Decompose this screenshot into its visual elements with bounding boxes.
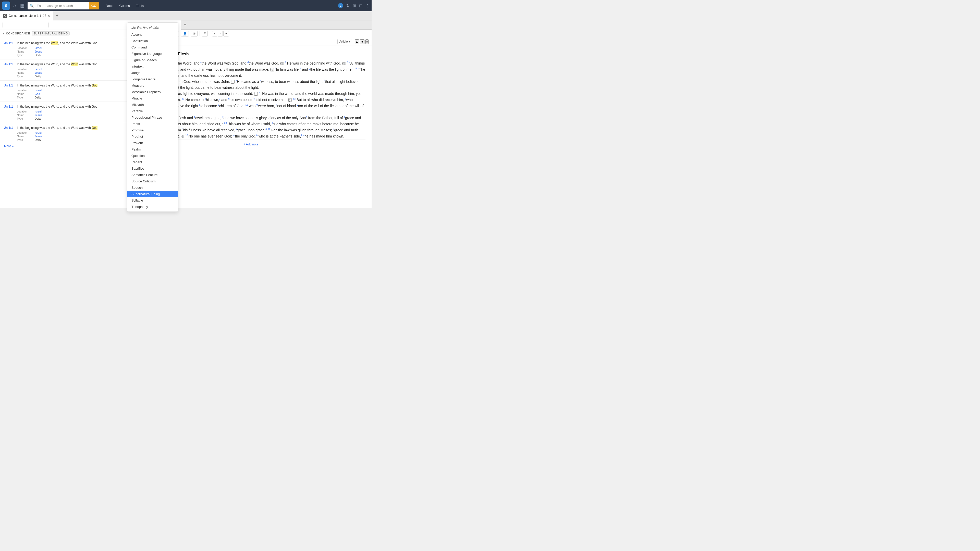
menu-item-intertext[interactable]: Intertext	[127, 63, 178, 70]
sup-ref[interactable]: b	[194, 116, 195, 118]
notification-badge[interactable]: 1	[338, 3, 343, 8]
article-dropdown[interactable]: Article ▾	[337, 39, 352, 44]
meta-value[interactable]: Jesus	[35, 135, 126, 138]
search-input[interactable]	[36, 4, 89, 8]
comment-icon[interactable]: 💬	[288, 98, 292, 102]
right-tab-add[interactable]: +	[181, 22, 189, 27]
sup-ref[interactable]: m	[233, 134, 235, 137]
meta-value[interactable]: Jesus	[35, 114, 126, 117]
sup-ref[interactable]: v	[218, 103, 219, 106]
meta-value[interactable]: Jesus	[35, 71, 126, 74]
sup-ref[interactable]: k	[333, 128, 334, 130]
menu-item-parable[interactable]: Parable	[127, 108, 178, 114]
verse-ref[interactable]: Jn 1:1	[4, 104, 17, 108]
left-tab[interactable]: C Concordance | John 1:1–18 ×	[0, 11, 53, 21]
sup-ref[interactable]: q	[228, 97, 229, 100]
more-icon[interactable]: ⋮	[366, 3, 369, 8]
parallel-button[interactable]: ⊪	[191, 31, 197, 37]
more-link[interactable]: More »	[0, 143, 130, 149]
library-icon[interactable]: ▦	[19, 2, 25, 10]
go-button[interactable]: GO	[89, 2, 99, 10]
meta-value[interactable]: Jesus	[35, 50, 126, 53]
sup-ref[interactable]: y	[297, 103, 298, 106]
sup-ref[interactable]: g	[272, 122, 273, 124]
sup-ref[interactable]: d	[247, 61, 248, 64]
more-options-button[interactable]: ⋮	[365, 32, 369, 36]
app-logo[interactable]: S	[2, 2, 10, 10]
left-tab-close[interactable]: ×	[48, 14, 50, 18]
menu-item-messianic-prophecy[interactable]: Messianic Prophecy	[127, 89, 178, 95]
scroll-up-button[interactable]: ▲	[355, 39, 359, 44]
menu-item-question[interactable]: Question	[127, 152, 178, 159]
sup-ref[interactable]: j	[221, 79, 221, 82]
menu-item-priest[interactable]: Priest	[127, 121, 178, 127]
sup-ref[interactable]: l	[325, 79, 325, 82]
sup-ref[interactable]: c	[222, 116, 224, 118]
comment-icon[interactable]: 💬	[270, 68, 274, 71]
concordance-tag[interactable]: Supernatural Being	[32, 32, 70, 35]
menu-item-prophet[interactable]: Prophet	[127, 133, 178, 140]
verse-ref[interactable]: Jn 1:1	[4, 62, 17, 66]
sup-ref[interactable]: u	[199, 103, 200, 106]
docs-link[interactable]: Docs	[103, 3, 116, 9]
meta-value[interactable]: Israel	[35, 131, 126, 134]
menu-item-promise[interactable]: Promise	[127, 127, 178, 133]
sup-ref[interactable]: r	[256, 97, 256, 100]
close-button[interactable]: ×	[366, 39, 369, 44]
menu-item-cantillation[interactable]: Cantillation	[127, 38, 178, 44]
sup-ref[interactable]: 2	[219, 97, 220, 100]
section-marker-button[interactable]: //	[202, 31, 208, 37]
guides-link[interactable]: Guides	[117, 3, 132, 9]
sup-ref[interactable]: i	[236, 128, 237, 130]
menu-item-figurative-language[interactable]: Figurative Language	[127, 51, 178, 57]
menu-item-mitzvoth[interactable]: Mitzvoth	[127, 102, 178, 108]
menu-item-supernatural-being[interactable]: Supernatural Being	[127, 191, 178, 197]
comment-icon[interactable]: 💬	[254, 92, 258, 96]
sup-ref[interactable]: n	[303, 134, 304, 137]
verse-ref[interactable]: Jn 1:1	[4, 41, 17, 45]
home-icon[interactable]: ⌂	[12, 2, 17, 10]
menu-item-proverb[interactable]: Proverb	[127, 140, 178, 146]
menu-item-psalm[interactable]: Psalm	[127, 146, 178, 152]
verse-ref[interactable]: Jn 1:1	[4, 83, 17, 87]
menu-item-command[interactable]: Command	[127, 44, 178, 51]
menu-item-judge[interactable]: Judge	[127, 70, 178, 76]
comment-icon[interactable]: 💬	[280, 62, 284, 65]
tools-link[interactable]: Tools	[134, 3, 146, 9]
sup-ref[interactable]: x	[276, 103, 277, 106]
menu-item-figure-of-speech[interactable]: Figure of Speech	[127, 57, 178, 63]
sup-ref[interactable]: c	[200, 61, 202, 64]
menu-item-source-criticism[interactable]: Source Criticism	[127, 178, 178, 184]
sup-ref[interactable]: 1	[300, 67, 301, 70]
layout-icon[interactable]: ⊞	[353, 3, 356, 8]
comment-icon[interactable]: 💬	[231, 80, 234, 84]
prev-chapter-button[interactable]: ‹	[212, 31, 217, 37]
next-chapter-button[interactable]: ›	[218, 31, 223, 37]
meta-value[interactable]: Israel	[35, 89, 126, 92]
left-tab-add[interactable]: +	[53, 13, 61, 18]
sup-ref[interactable]: e	[349, 61, 350, 64]
verse-ref[interactable]: Jn 1:1	[4, 125, 17, 130]
menu-item-theophany[interactable]: Theophany	[127, 203, 178, 208]
menu-item-miracle[interactable]: Miracle	[127, 95, 178, 102]
sup-ref[interactable]: ⊕8	[224, 122, 227, 124]
menu-item-prepositional-phrase[interactable]: Prepositional Phrase	[127, 114, 178, 121]
menu-item-semantic-feature[interactable]: Semantic Feature	[127, 171, 178, 178]
sup-ref[interactable]: d	[344, 116, 345, 118]
meta-value[interactable]: God	[35, 92, 126, 95]
menu-item-accent[interactable]: Accent	[127, 32, 178, 38]
sup-ref[interactable]: w	[256, 103, 258, 106]
sup-ref[interactable]: 4	[306, 116, 307, 118]
sup-ref[interactable]: 6	[256, 134, 258, 137]
sup-ref[interactable]: j	[278, 128, 278, 130]
scroll-down-button[interactable]: ▼	[360, 39, 364, 44]
sup-ref[interactable]: 7	[301, 134, 302, 137]
passage-input[interactable]: John 1:1–18	[3, 22, 48, 28]
menu-item-longacre-genre[interactable]: Longacre Genre	[127, 76, 178, 83]
menu-item-syllable[interactable]: Syllable	[127, 197, 178, 203]
meta-value[interactable]: Israel	[35, 68, 126, 71]
more-nav-button[interactable]: ▾	[223, 31, 229, 37]
sup-ref[interactable]: 5	[266, 128, 267, 130]
meta-value[interactable]: Israel	[35, 110, 126, 113]
sup-ref[interactable]: h	[182, 128, 183, 130]
